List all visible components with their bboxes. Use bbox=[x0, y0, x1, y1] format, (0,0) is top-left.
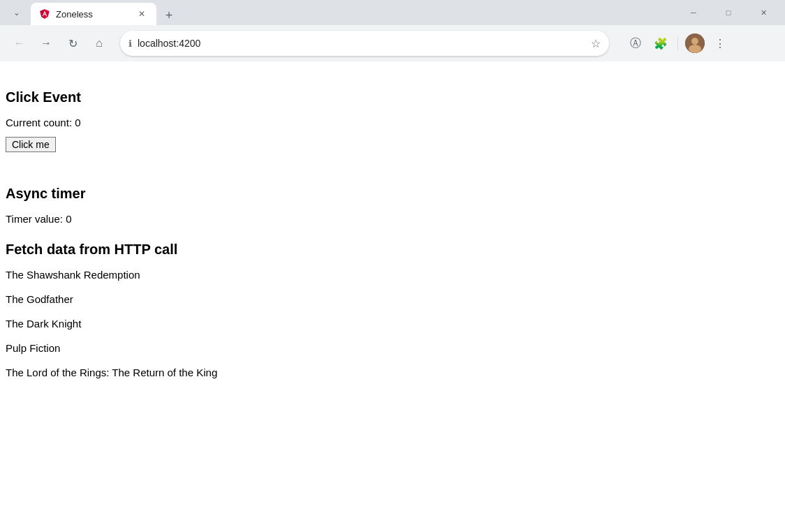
svg-point-5 bbox=[691, 38, 698, 45]
new-tab-button[interactable]: + bbox=[159, 6, 179, 25]
async-timer-section: Async timer Timer value: 0 bbox=[6, 186, 779, 225]
list-item: Pulp Fiction bbox=[6, 342, 779, 354]
titlebar-left: ⌄ bbox=[6, 1, 28, 24]
click-me-button[interactable]: Click me bbox=[6, 137, 56, 152]
home-button[interactable]: ⌂ bbox=[88, 32, 110, 54]
current-count-label: Current count: 0 bbox=[6, 117, 779, 128]
click-event-title: Click Event bbox=[6, 89, 779, 105]
addressbar-actions: Ⓐ 🧩 ⋮ bbox=[624, 32, 731, 54]
more-icon: ⋮ bbox=[714, 37, 726, 50]
list-item: The Dark Knight bbox=[6, 318, 779, 330]
tab-favicon bbox=[39, 8, 50, 20]
avatar bbox=[685, 34, 705, 53]
list-item: The Lord of the Rings: The Return of the… bbox=[6, 367, 779, 378]
forward-button[interactable]: → bbox=[35, 32, 57, 54]
back-button[interactable]: ← bbox=[8, 32, 31, 54]
url-input[interactable] bbox=[138, 38, 585, 49]
omnibox[interactable]: ℹ ☆ bbox=[120, 31, 609, 56]
profile-icon: Ⓐ bbox=[630, 36, 641, 51]
list-item: The Shawshank Redemption bbox=[6, 269, 779, 281]
svg-point-6 bbox=[689, 45, 701, 53]
titlebar-controls: ─ □ ✕ bbox=[677, 0, 779, 25]
click-event-section: Click Event Current count: 0 Click me bbox=[6, 89, 779, 169]
tab-group: Zoneless ✕ + bbox=[31, 0, 179, 25]
menu-button[interactable]: ⋮ bbox=[709, 32, 731, 54]
refresh-button[interactable]: ↻ bbox=[61, 32, 84, 54]
fetch-data-section: Fetch data from HTTP call The Shawshank … bbox=[6, 242, 779, 378]
active-tab[interactable]: Zoneless ✕ bbox=[31, 3, 156, 25]
movie-list: The Shawshank RedemptionThe GodfatherThe… bbox=[6, 269, 779, 378]
close-button[interactable]: ✕ bbox=[747, 0, 779, 25]
async-timer-title: Async timer bbox=[6, 186, 779, 202]
tab-title: Zoneless bbox=[56, 9, 93, 20]
titlebar: ⌄ Zoneless ✕ + ─ □ ✕ bbox=[0, 0, 785, 25]
separator bbox=[677, 36, 678, 50]
maximize-button[interactable]: □ bbox=[712, 0, 744, 25]
extensions-icon: 🧩 bbox=[654, 37, 668, 50]
profile-avatar-button[interactable] bbox=[684, 32, 706, 54]
page-content: Click Event Current count: 0 Click me As… bbox=[0, 61, 785, 532]
bookmark-icon[interactable]: ☆ bbox=[591, 37, 601, 50]
timer-value-label: Timer value: 0 bbox=[6, 213, 779, 225]
info-icon: ℹ bbox=[129, 38, 132, 49]
minimize-button[interactable]: ─ bbox=[677, 0, 710, 25]
list-item: The Godfather bbox=[6, 293, 779, 305]
fetch-data-title: Fetch data from HTTP call bbox=[6, 242, 779, 258]
addressbar: ← → ↻ ⌂ ℹ ☆ Ⓐ 🧩 ⋮ bbox=[0, 25, 785, 61]
tab-close-button[interactable]: ✕ bbox=[135, 8, 148, 20]
tab-list-button[interactable]: ⌄ bbox=[6, 1, 28, 24]
profile-button[interactable]: Ⓐ bbox=[624, 32, 647, 54]
extensions-button[interactable]: 🧩 bbox=[650, 32, 672, 54]
